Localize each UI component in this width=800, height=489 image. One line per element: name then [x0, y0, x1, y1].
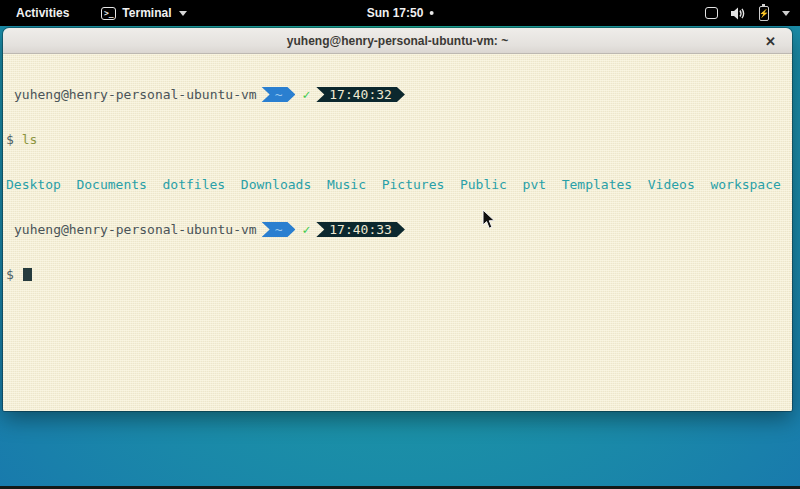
status-check-icon: ✓	[302, 87, 310, 102]
terminal-cursor	[23, 268, 32, 281]
volume-icon	[731, 7, 746, 20]
prompt-line: yuheng@henry-personal-ubuntu-vm~✓17:40:3…	[6, 222, 789, 237]
prompt-cwd-segment: ~	[262, 87, 296, 102]
activities-button[interactable]: Activities	[10, 4, 75, 22]
chevron-down-icon	[782, 11, 790, 16]
battery-charging-icon: ⚡	[759, 6, 769, 21]
chevron-down-icon	[179, 11, 187, 16]
notification-dot-icon	[429, 11, 433, 15]
clock-menu[interactable]: Sun 17:50	[367, 6, 434, 20]
prompt-symbol: $	[6, 132, 14, 147]
system-status-menu[interactable]: ⚡	[705, 0, 790, 26]
ls-output: Desktop Documents dotfiles Downloads Mus…	[6, 177, 789, 192]
terminal-window: yuheng@henry-personal-ubuntu-vm: ~ ✕ yuh…	[3, 28, 792, 411]
prompt-time-segment: 17:40:33	[316, 222, 405, 237]
window-title: yuheng@henry-personal-ubuntu-vm: ~	[287, 34, 508, 48]
status-check-icon: ✓	[302, 222, 310, 237]
terminal-icon: >_	[101, 7, 116, 20]
prompt-user: yuheng@henry-personal-ubuntu-vm	[14, 87, 257, 102]
clock-label: Sun 17:50	[367, 6, 424, 20]
terminal-content[interactable]: yuheng@henry-personal-ubuntu-vm~✓17:40:3…	[3, 54, 792, 411]
command-text: ls	[22, 132, 38, 147]
close-button[interactable]: ✕	[765, 34, 776, 47]
display-icon	[705, 7, 718, 19]
prompt-symbol: $	[6, 267, 14, 282]
prompt-time-segment: 17:40:32	[316, 87, 405, 102]
top-bar: Activities >_ Terminal Sun 17:50 ⚡	[0, 0, 800, 26]
command-line: $ ls	[6, 132, 789, 147]
prompt-cwd-segment: ~	[262, 222, 296, 237]
current-prompt-line: $	[6, 267, 789, 282]
window-titlebar[interactable]: yuheng@henry-personal-ubuntu-vm: ~ ✕	[3, 28, 792, 54]
prompt-user: yuheng@henry-personal-ubuntu-vm	[14, 222, 257, 237]
app-menu-terminal[interactable]: >_ Terminal	[101, 6, 187, 20]
prompt-line: yuheng@henry-personal-ubuntu-vm~✓17:40:3…	[6, 87, 789, 102]
app-menu-label: Terminal	[122, 6, 171, 20]
